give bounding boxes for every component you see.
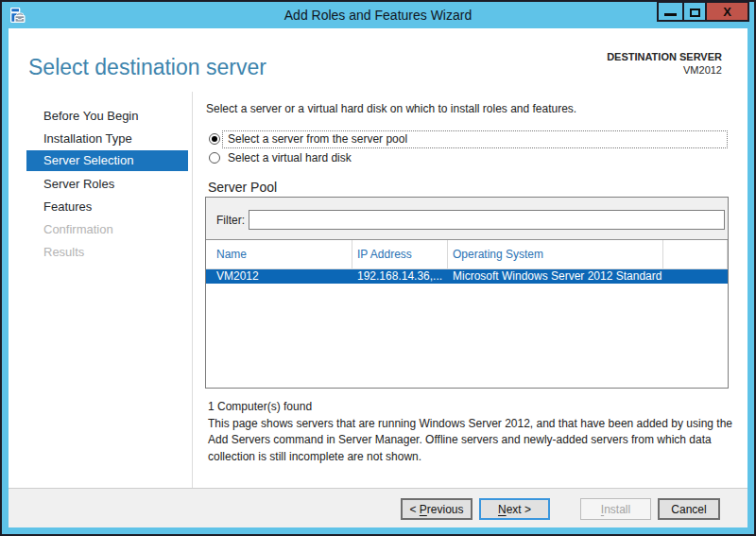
computer-count-text: 1 Computer(s) found [208,400,312,413]
title-bar[interactable]: Add Roles and Features Wizard X [2,2,754,28]
server-os-cell: Microsoft Windows Server 2012 Standard [448,269,663,284]
destination-server-value: VM2012 [607,63,722,77]
sidebar-separator [192,92,193,488]
sidebar-item-confirmation: Confirmation [9,218,192,241]
description-line: collection is still incomplete are not s… [208,449,743,465]
column-header-operating-system[interactable]: Operating System [448,240,663,268]
minimize-icon [664,13,677,16]
install-button[interactable]: Install [580,498,651,520]
previous-button[interactable]: < Previous [401,498,472,520]
footer-bar: < Previous Next > Install Cancel [9,488,747,527]
radio-server-pool[interactable] [209,133,220,145]
intro-text: Select a server or a virtual hard disk o… [206,102,576,115]
server-name-cell: VM2012 [206,269,352,284]
next-button[interactable]: Next > [479,498,550,520]
column-header-filler [663,240,728,268]
sidebar-item-server-selection[interactable]: Server Selection [26,150,188,171]
wizard-steps-sidebar: Before You Begin Installation Type Serve… [9,105,192,264]
client-area: Select destination server DESTINATION SE… [9,28,747,527]
minimize-button[interactable] [657,1,684,22]
column-header-name[interactable]: Name [206,240,352,268]
sidebar-item-server-roles[interactable]: Server Roles [9,173,192,196]
sidebar-item-features[interactable]: Features [9,196,192,218]
filter-input[interactable] [249,210,725,230]
radio-virtual-hard-disk-label[interactable]: Select a virtual hard disk [222,149,728,167]
window-controls: X [659,1,749,22]
close-button[interactable]: X [705,1,749,22]
maximize-button[interactable] [682,1,707,22]
filter-label: Filter: [216,214,245,227]
sidebar-item-results: Results [9,241,192,264]
cancel-button[interactable]: Cancel [658,498,720,520]
radio-server-pool-label[interactable]: Select a server from the server pool [222,130,728,148]
server-ip-cell: 192.168.14.36,... [352,269,448,284]
description-line: This page shows servers that are running… [208,416,743,432]
server-pool-title: Server Pool [208,180,277,195]
server-table-header: Name IP Address Operating System [206,240,728,269]
sidebar-item-before-you-begin[interactable]: Before You Begin [9,105,192,128]
window-title: Add Roles and Features Wizard [2,2,754,28]
description-line: Add Servers command in Server Manager. O… [208,432,743,448]
maximize-icon [690,9,700,17]
radio-row-virtual-hard-disk: Select a virtual hard disk [209,148,728,167]
server-row-filler [663,269,728,284]
server-pool-box: Filter: Name IP Address Operating System… [205,197,729,389]
server-row-vm2012[interactable]: VM2012 192.168.14.36,... Microsoft Windo… [206,269,728,284]
destination-server-block: DESTINATION SERVER VM2012 [607,50,722,77]
filter-bar: Filter: [206,198,728,240]
radio-virtual-hard-disk[interactable] [209,152,220,164]
page-title: Select destination server [28,55,266,80]
page-description: This page shows servers that are running… [208,416,743,465]
destination-server-label: DESTINATION SERVER [607,50,722,63]
wizard-window: Add Roles and Features Wizard X Select d… [0,0,756,536]
radio-row-server-pool: Select a server from the server pool [209,130,728,148]
sidebar-item-installation-type[interactable]: Installation Type [9,128,192,150]
column-header-ip-address[interactable]: IP Address [352,240,448,268]
close-icon: X [723,5,731,19]
